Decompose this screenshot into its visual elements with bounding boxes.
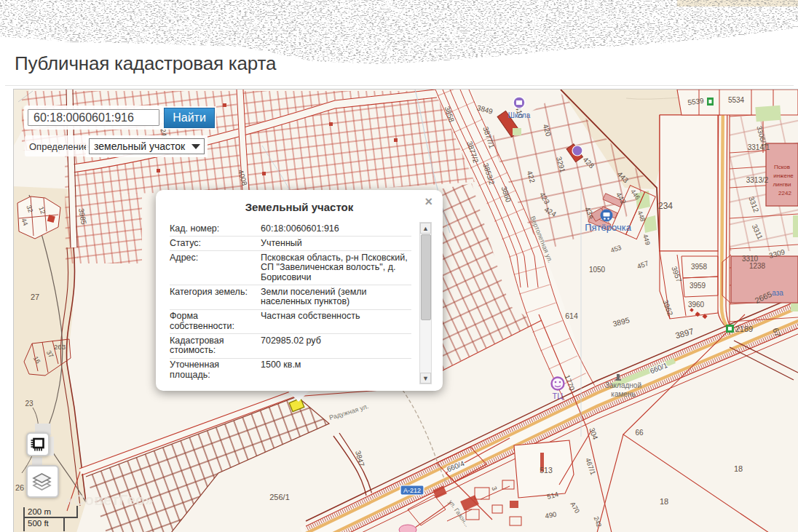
svg-text:66: 66: [635, 429, 644, 437]
svg-text:А-212: А-212: [403, 487, 421, 494]
svg-text:614: 614: [565, 311, 578, 320]
svg-text:3959: 3959: [690, 282, 706, 290]
svg-text:3314/1: 3314/1: [748, 143, 770, 151]
svg-text:23: 23: [25, 400, 33, 408]
svg-text:2189: 2189: [735, 325, 753, 333]
svg-text:Школа: Школа: [508, 111, 531, 119]
svg-text:3958: 3958: [691, 263, 708, 271]
svg-text:5534: 5534: [728, 96, 745, 104]
svg-text:26: 26: [15, 483, 24, 492]
svg-text:234: 234: [658, 201, 673, 211]
svg-text:аза: аза: [772, 289, 783, 297]
svg-text:1238: 1238: [749, 262, 766, 270]
svg-text:«СоветГео»: «СоветГео»: [65, 491, 153, 508]
svg-text:Псков: Псков: [774, 164, 790, 170]
svg-text:18: 18: [660, 497, 668, 506]
svg-text:27: 27: [31, 293, 39, 301]
svg-text:256/1: 256/1: [269, 493, 290, 501]
svg-text:3960: 3960: [688, 301, 705, 309]
svg-text:камень: камень: [611, 390, 635, 398]
svg-text:Пятёрочка: Пятёрочка: [585, 222, 631, 233]
svg-text:18: 18: [734, 464, 743, 473]
svg-text:513: 513: [540, 466, 553, 475]
svg-text:3313/2: 3313/2: [746, 176, 769, 184]
svg-text:инжене: инжене: [773, 172, 794, 179]
svg-text:263: 263: [54, 343, 66, 351]
svg-text:ТЦ: ТЦ: [553, 392, 564, 400]
svg-text:Закладной: Закладной: [605, 381, 641, 389]
svg-text:2242: 2242: [778, 190, 791, 196]
svg-text:лингви: лингви: [773, 181, 791, 188]
svg-text:1050: 1050: [589, 266, 606, 274]
